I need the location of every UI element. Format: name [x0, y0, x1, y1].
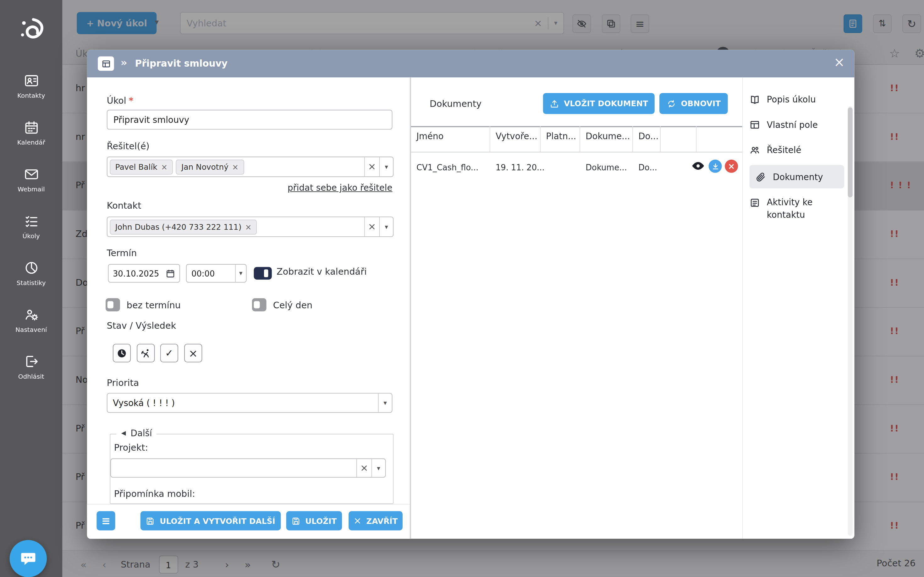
sidebar-panel: Kontakty Kalendář Webmail Úkoly Statisti…: [0, 0, 63, 577]
contact-combo[interactable]: John Dubas (+420 733 222 111)× × ▾: [107, 216, 394, 237]
user-settings-icon: [24, 307, 39, 322]
checkbox-knob: [108, 301, 113, 308]
all-day-checkbox[interactable]: [252, 298, 266, 311]
project-label: Projekt:: [114, 442, 148, 453]
modal-header[interactable]: » Připravit smlouvy ×: [87, 50, 855, 77]
users-icon: [749, 145, 760, 155]
chip-remove-icon[interactable]: ×: [232, 163, 239, 171]
column-separator: [579, 126, 580, 152]
column-separator: [660, 126, 661, 152]
date-field[interactable]: [108, 264, 180, 282]
doc-column-document[interactable]: Dokume...: [585, 131, 630, 141]
contact-chip[interactable]: John Dubas (+420 733 222 111)×: [110, 219, 257, 234]
save-and-create-next-button[interactable]: ULOŽIT A VYTVOŘIT DALŠÍ: [140, 511, 281, 530]
doc-column-created[interactable]: Vytvoře...: [496, 131, 537, 141]
insert-document-button[interactable]: VLOŽIT DOKUMENT: [543, 93, 655, 114]
close-button[interactable]: × ZAVŘÍT: [348, 511, 403, 530]
modal-scrollbar[interactable]: [848, 106, 853, 536]
doc-column-validity[interactable]: Platn...: [546, 131, 576, 141]
nav-item-popis-ukolu[interactable]: Popis úkolu: [749, 94, 816, 105]
sidebar-item-label: Webmail: [18, 185, 45, 192]
nav-label: Popis úkolu: [767, 95, 816, 105]
document-name[interactable]: CV1_Cash_flo...: [416, 163, 479, 172]
date-input[interactable]: [113, 268, 162, 278]
delete-document-button[interactable]: ×: [725, 160, 738, 173]
assignee-chip[interactable]: Pavel Balík×: [110, 160, 173, 174]
status-in-progress-button[interactable]: [137, 344, 155, 363]
sidebar-item-label: Statistiky: [17, 279, 46, 286]
priority-value: Vysoká ( ! ! ! ): [108, 393, 378, 412]
no-deadline-label: bez termínu: [127, 300, 181, 311]
no-deadline-checkbox[interactable]: [106, 298, 120, 311]
contact-dropdown-icon[interactable]: ▾: [379, 217, 393, 236]
footer-menu-button[interactable]: ≡: [97, 511, 115, 530]
chip-label: Pavel Balík: [115, 162, 158, 171]
nav-label: Vlastní pole: [767, 120, 818, 130]
sidebar-nav: Kontakty Kalendář Webmail Úkoly Statisti…: [0, 63, 63, 390]
sidebar-item-nastaveni[interactable]: Nastavení: [0, 297, 63, 343]
sidebar-item-label: Úkoly: [23, 232, 40, 239]
label-text: Úkol: [107, 95, 126, 106]
priority-label: Priorita: [107, 377, 139, 388]
app-logo[interactable]: [15, 13, 48, 47]
scrollbar-thumb[interactable]: [848, 108, 853, 197]
sidebar-item-odhlasit[interactable]: Odhlásit: [0, 343, 63, 390]
chat-button[interactable]: [10, 540, 47, 577]
mobile-reminder-label: Připomínka mobil:: [114, 488, 195, 499]
deadline-label: Termín: [107, 248, 137, 258]
book-icon: [749, 94, 760, 105]
nav-item-aktivity-ke-kontaktu[interactable]: Aktivity ke kontaktu: [749, 196, 838, 221]
chip-remove-icon[interactable]: ×: [245, 223, 252, 230]
nav-label: Řešitelé: [767, 145, 801, 155]
modal-close-button[interactable]: ×: [834, 55, 845, 70]
more-options-header[interactable]: ◀ Další: [116, 428, 157, 438]
sidebar-item-webmail[interactable]: Webmail: [0, 156, 63, 203]
chip-remove-icon[interactable]: ×: [161, 163, 168, 171]
show-in-calendar-toggle[interactable]: [254, 267, 272, 280]
priority-dropdown-icon[interactable]: ▾: [378, 393, 392, 412]
calendar-icon: [24, 120, 39, 135]
sidebar-item-statistiky[interactable]: Statistiky: [0, 250, 63, 297]
doc-column-do[interactable]: Do...: [638, 131, 658, 141]
nav-label: Dokumenty: [773, 172, 823, 182]
project-input[interactable]: [111, 459, 356, 477]
required-asterisk: *: [129, 95, 133, 106]
worker-icon: [140, 348, 151, 358]
priority-select[interactable]: Vysoká ( ! ! ! ) ▾: [107, 393, 393, 413]
collapse-icon: ◀: [121, 430, 126, 436]
task-name-label: Úkol*: [107, 95, 134, 106]
refresh-icon: [667, 99, 676, 108]
status-done-button[interactable]: ✓: [160, 344, 178, 363]
clear-assignees-icon[interactable]: ×: [364, 157, 379, 176]
task-name-input[interactable]: [107, 110, 393, 129]
close-icon: ×: [353, 516, 362, 526]
sidebar-item-ukoly[interactable]: Úkoly: [0, 203, 63, 250]
status-open-button[interactable]: [113, 344, 131, 363]
time-dropdown-icon[interactable]: ▾: [235, 264, 246, 282]
download-document-button[interactable]: [709, 160, 722, 173]
doc-column-name[interactable]: Jméno: [416, 131, 444, 141]
status-cancelled-button[interactable]: ×: [184, 344, 202, 363]
assignees-dropdown-icon[interactable]: ▾: [379, 157, 393, 176]
save-button[interactable]: ULOŽIT: [286, 511, 342, 530]
nav-item-resitele[interactable]: Řešitelé: [749, 145, 801, 155]
contacts-icon: [24, 73, 39, 88]
sidebar-item-kalendar[interactable]: Kalendář: [0, 109, 63, 156]
sidebar-item-label: Nastavení: [15, 326, 47, 333]
sidebar-item-kontakty[interactable]: Kontakty: [0, 63, 63, 110]
project-combo[interactable]: × ▾: [110, 459, 385, 478]
nav-item-vlastni-pole[interactable]: Vlastní pole: [749, 119, 818, 130]
assignees-combo[interactable]: Pavel Balík× Jan Novotný× × ▾: [107, 156, 394, 177]
time-input[interactable]: [187, 264, 235, 282]
nav-label: Aktivity ke kontaktu: [767, 196, 838, 221]
nav-item-dokumenty-active[interactable]: Dokumenty: [749, 165, 844, 188]
refresh-documents-button[interactable]: OBNOVIT: [660, 93, 728, 114]
time-field[interactable]: ▾: [186, 264, 247, 282]
assignee-chip[interactable]: Jan Novotný×: [176, 160, 244, 174]
clear-project-icon[interactable]: ×: [356, 459, 371, 477]
project-dropdown-icon[interactable]: ▾: [371, 459, 385, 477]
preview-document-button[interactable]: [690, 158, 706, 174]
paperclip-icon: [756, 171, 766, 182]
clear-contact-icon[interactable]: ×: [364, 217, 379, 236]
add-self-as-assignee-link[interactable]: přidat sebe jako řešitele: [107, 183, 393, 193]
